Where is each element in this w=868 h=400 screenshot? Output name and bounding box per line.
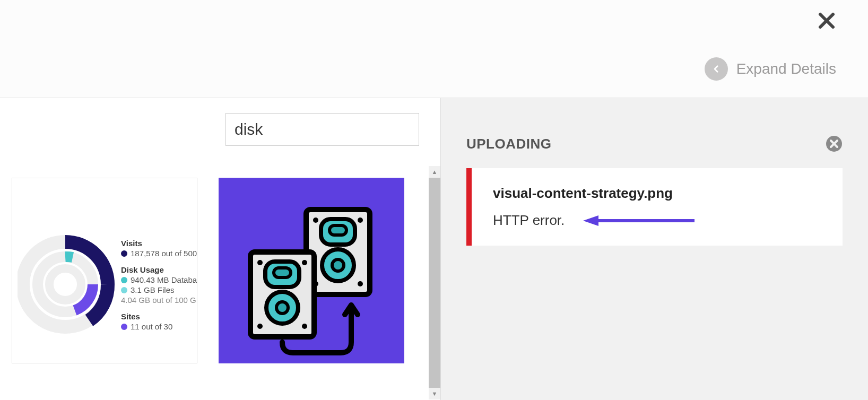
- upload-error-text: HTTP error.: [493, 212, 565, 229]
- dot-icon: [121, 324, 127, 330]
- dot-icon: [121, 250, 127, 257]
- media-library-pane: Visits 187,578 out of 500 Disk Usage 940…: [0, 98, 440, 400]
- legend-visits-value: 187,578 out of 500: [131, 249, 197, 258]
- legend-visits-title: Visits: [121, 239, 197, 248]
- svg-point-16: [302, 324, 307, 329]
- dot-icon: [121, 277, 127, 283]
- svg-point-14: [302, 260, 307, 265]
- legend-disk-total: 4.04 GB out of 100 GB: [121, 295, 197, 305]
- search-input[interactable]: [225, 113, 419, 146]
- legend-block: Visits 187,578 out of 500 Disk Usage 940…: [121, 231, 197, 332]
- svg-point-15: [257, 324, 263, 329]
- media-thumbnail-2[interactable]: [219, 178, 404, 363]
- scroll-up-icon[interactable]: ▲: [429, 166, 440, 178]
- upload-status-pane: UPLOADING visual-content-strategy.png HT…: [440, 98, 868, 400]
- scroll-down-icon[interactable]: ▼: [429, 388, 440, 399]
- legend-disk-files: 3.1 GB Files: [131, 285, 175, 294]
- annotation-arrow-icon: [580, 214, 697, 227]
- thumbnail-grid: Visits 187,578 out of 500 Disk Usage 940…: [12, 178, 404, 363]
- expand-details-label: Expand Details: [736, 60, 836, 77]
- svg-marker-23: [583, 215, 598, 226]
- upload-error-card: visual-content-strategy.png HTTP error.: [466, 168, 843, 246]
- svg-point-13: [257, 260, 263, 265]
- close-button[interactable]: [817, 11, 836, 34]
- expand-details-button[interactable]: Expand Details: [705, 57, 836, 81]
- scroll-thumb[interactable]: [429, 178, 440, 388]
- donut-chart-icon: [18, 215, 124, 348]
- upload-filename: visual-content-strategy.png: [493, 185, 821, 202]
- svg-point-4: [313, 218, 318, 223]
- svg-rect-18: [274, 268, 291, 277]
- chevron-left-icon: [705, 57, 728, 81]
- svg-rect-9: [329, 225, 346, 235]
- svg-point-5: [358, 218, 363, 223]
- disk-drives-icon: [219, 178, 404, 363]
- dashboard-preview: Visits 187,578 out of 500 Disk Usage 940…: [12, 178, 197, 363]
- dismiss-icon: [826, 135, 843, 152]
- svg-point-11: [332, 259, 344, 271]
- media-thumbnail-1[interactable]: Visits 187,578 out of 500 Disk Usage 940…: [12, 178, 197, 363]
- modal-header: Expand Details: [0, 0, 868, 98]
- legend-disk-db: 940.43 MB Databa: [131, 275, 197, 284]
- scrollbar[interactable]: ▲ ▼: [429, 166, 440, 399]
- svg-point-20: [276, 302, 288, 314]
- dot-icon: [121, 287, 127, 293]
- legend-sites-title: Sites: [121, 312, 197, 321]
- dismiss-upload-button[interactable]: [826, 135, 843, 152]
- upload-section-title: UPLOADING: [466, 136, 552, 152]
- legend-disk-title: Disk Usage: [121, 265, 197, 274]
- main-content: Visits 187,578 out of 500 Disk Usage 940…: [0, 98, 868, 400]
- svg-point-7: [358, 281, 363, 286]
- svg-point-2: [49, 268, 81, 300]
- upload-section-header: UPLOADING: [466, 135, 843, 152]
- legend-sites-value: 11 out of 30: [131, 322, 172, 331]
- close-icon: [817, 11, 836, 30]
